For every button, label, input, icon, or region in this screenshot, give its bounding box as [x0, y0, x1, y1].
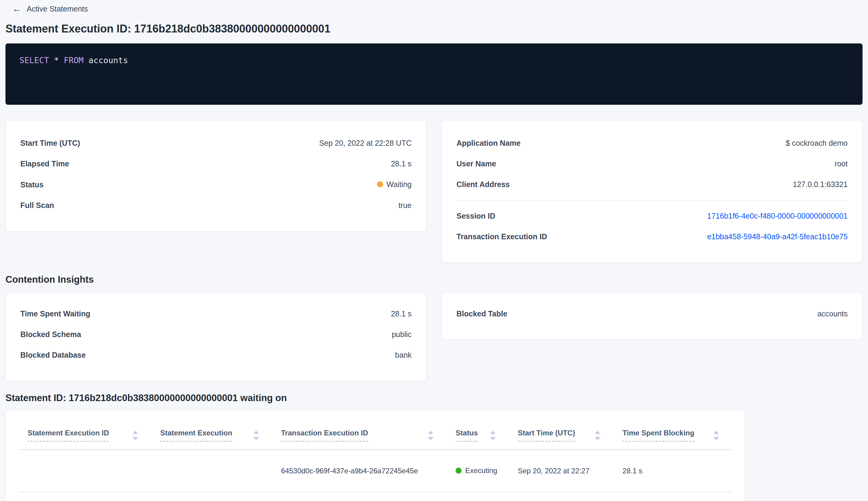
col-header-label: Statement Execution [160, 429, 232, 441]
status-waiting-dot-icon [377, 181, 383, 187]
card-divider [456, 200, 848, 201]
elapsed-time-row: Elapsed Time 28.1 s [20, 159, 412, 168]
col-header-start-time[interactable]: Start Time (UTC) [518, 420, 622, 449]
start-time-label: Start Time (UTC) [20, 138, 80, 148]
col-header-status[interactable]: Status [456, 420, 518, 449]
client-address-row: Client Address 127.0.0.1:63321 [456, 180, 848, 189]
waiting-on-table-card: Statement Execution ID Statement Executi… [6, 410, 745, 501]
col-header-transaction-execution-id[interactable]: Transaction Execution ID [281, 420, 456, 449]
blocked-schema-row: Blocked Schema public [20, 330, 412, 339]
time-spent-waiting-label: Time Spent Waiting [20, 309, 90, 318]
application-name-row: Application Name $ cockroach demo [456, 138, 848, 148]
time-spent-waiting-row: Time Spent Waiting 28.1 s [20, 309, 412, 318]
application-name-label: Application Name [456, 138, 521, 148]
blocked-database-row: Blocked Database bank [20, 350, 412, 360]
session-id-row: Session ID 1716b1f6-4e0c-f480-0000-00000… [456, 211, 848, 221]
sort-icon [713, 429, 720, 441]
blocked-schema-label: Blocked Schema [20, 330, 81, 339]
time-spent-waiting-value: 28.1 s [391, 309, 412, 318]
waiting-on-heading: Statement ID: 1716b218dc0b38380000000000… [6, 392, 862, 404]
back-to-active-statements-link[interactable]: ← Active Statements [12, 4, 88, 13]
execution-details-card: Start Time (UTC) Sep 20, 2022 at 22:28 U… [6, 120, 426, 231]
page-title: Statement Execution ID: 1716b218dc0b3838… [6, 22, 862, 35]
elapsed-time-value: 28.1 s [391, 159, 412, 168]
sort-icon [252, 429, 260, 441]
blocked-table-row: Blocked Table accounts [456, 309, 848, 318]
sort-icon [132, 429, 139, 441]
sql-star: * [54, 55, 59, 65]
cell-time-spent-blocking: 28.1 s [622, 467, 741, 475]
back-arrow-icon: ← [12, 4, 21, 13]
sql-table-name: accounts [89, 55, 128, 65]
transaction-execution-id-row: Transaction Execution ID e1bba458-5948-4… [456, 232, 848, 241]
blocked-schema-value: public [392, 330, 412, 339]
application-name-value: $ cockroach demo [786, 138, 848, 148]
statement-execution-page: ← Active Statements Statement Execution … [0, 0, 868, 501]
transaction-execution-id-link[interactable]: e1bba458-5948-40a9-a42f-5feac1b10e75 [707, 232, 848, 241]
sort-icon [427, 429, 434, 441]
blocked-database-value: bank [395, 350, 412, 360]
blocked-database-label: Blocked Database [20, 350, 86, 360]
col-header-time-spent-blocking[interactable]: Time Spent Blocking [622, 420, 741, 449]
session-id-link[interactable]: 1716b1f6-4e0c-f480-0000-000000000001 [707, 211, 848, 221]
full-scan-value: true [399, 201, 412, 210]
col-header-statement-execution-id[interactable]: Statement Execution ID [28, 420, 160, 449]
full-scan-label: Full Scan [20, 201, 54, 210]
back-link-label: Active Statements [27, 4, 88, 13]
elapsed-time-label: Elapsed Time [20, 159, 69, 168]
cell-status-value: Executing [465, 466, 497, 475]
full-scan-row: Full Scan true [20, 201, 412, 210]
col-header-label: Status [456, 429, 478, 441]
user-name-value: root [835, 159, 848, 168]
session-id-label: Session ID [456, 211, 495, 221]
cell-start-time: Sep 20, 2022 at 22:27 [518, 467, 622, 475]
session-details-card: Application Name $ cockroach demo User N… [442, 120, 862, 263]
status-row: Status Waiting [20, 180, 412, 189]
col-header-label: Transaction Execution ID [281, 429, 368, 441]
contention-insights-heading: Contention Insights [6, 274, 862, 286]
sort-icon [594, 429, 601, 441]
sql-statement-text: SELECT * FROM accounts [19, 55, 849, 65]
user-name-row: User Name root [456, 159, 848, 168]
waiting-table-header-row: Statement Execution ID Statement Executi… [19, 420, 731, 450]
status-value: Waiting [387, 180, 412, 189]
sort-icon [489, 429, 497, 441]
sql-keyword-select: SELECT [19, 55, 49, 65]
col-header-label: Statement Execution ID [28, 429, 109, 441]
user-name-label: User Name [456, 159, 496, 168]
status-label: Status [20, 180, 43, 189]
col-header-label: Time Spent Blocking [622, 429, 694, 441]
details-cards-row: Start Time (UTC) Sep 20, 2022 at 22:28 U… [6, 120, 862, 263]
blocked-table-label: Blocked Table [456, 309, 508, 318]
transaction-execution-id-label: Transaction Execution ID [456, 232, 547, 241]
col-header-statement-execution[interactable]: Statement Execution [160, 420, 281, 449]
blocked-table-card: Blocked Table accounts [442, 292, 862, 340]
status-executing-dot-icon [456, 468, 462, 474]
contention-cards-row: Time Spent Waiting 28.1 s Blocked Schema… [6, 292, 862, 381]
sql-statement-box: SELECT * FROM accounts [6, 43, 862, 105]
waiting-table-row: 64530d0c-969f-437e-a9b4-26a72245e45e Exe… [19, 450, 731, 492]
blocked-table-value: accounts [817, 309, 848, 318]
client-address-label: Client Address [456, 180, 510, 189]
col-header-label: Start Time (UTC) [518, 429, 575, 441]
cell-transaction-execution-id: 64530d0c-969f-437e-a9b4-26a72245e45e [281, 467, 456, 475]
start-time-row: Start Time (UTC) Sep 20, 2022 at 22:28 U… [20, 138, 412, 148]
start-time-value: Sep 20, 2022 at 22:28 UTC [319, 138, 412, 148]
contention-details-card: Time Spent Waiting 28.1 s Blocked Schema… [6, 292, 426, 381]
sql-keyword-from: FROM [64, 55, 84, 65]
client-address-value: 127.0.0.1:63321 [793, 180, 848, 189]
